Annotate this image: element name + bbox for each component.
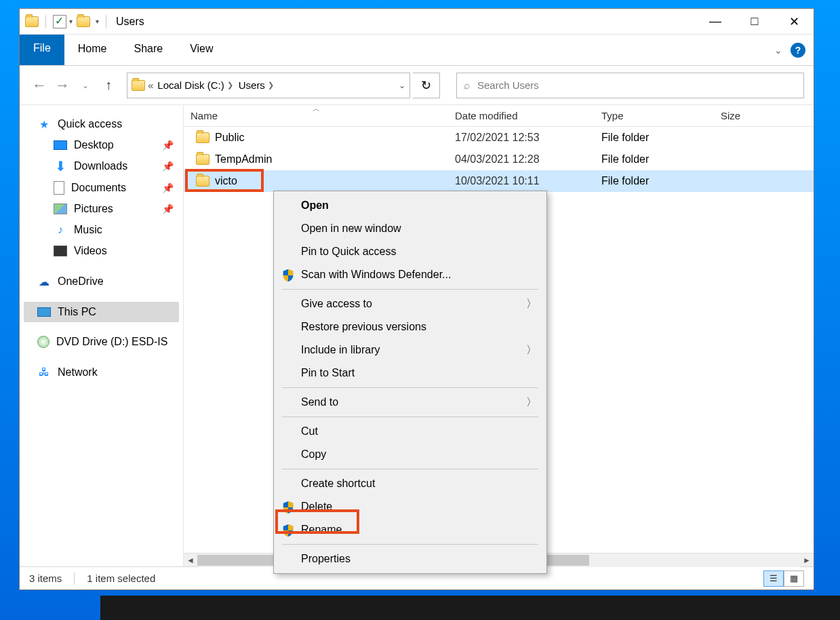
cm-send-to[interactable]: Send to〉 (275, 391, 545, 414)
qat-dropdown-icon[interactable]: ▾ (69, 18, 73, 25)
file-name: Public (215, 132, 245, 144)
cm-create-shortcut[interactable]: Create shortcut (275, 472, 545, 495)
address-dropdown-icon[interactable]: ⌄ (399, 81, 405, 90)
cm-label: Scan with Windows Defender... (301, 269, 451, 281)
pictures-icon (54, 204, 67, 214)
cm-give-access[interactable]: Give access to〉 (275, 292, 545, 315)
cm-label: Pin to Start (301, 367, 355, 379)
uac-shield-icon (282, 501, 294, 514)
nav-documents[interactable]: Documents 📌 (24, 177, 179, 199)
scroll-right-button[interactable]: ► (800, 554, 814, 567)
window-title: Users (116, 16, 144, 28)
cm-rename[interactable]: Rename (275, 518, 545, 541)
chevron-right-icon[interactable]: ❯ (268, 81, 274, 90)
address-overflow-icon[interactable]: « (148, 79, 153, 91)
nav-label: Pictures (74, 203, 113, 215)
table-row[interactable]: Public 17/02/2021 12:53 File folder (184, 127, 814, 149)
tab-file[interactable]: File (20, 35, 64, 65)
status-item-count: 3 items (29, 573, 62, 584)
column-header-type[interactable]: Type (595, 110, 714, 121)
column-header-size[interactable]: Size (714, 110, 814, 121)
refresh-button[interactable]: ↻ (413, 73, 440, 98)
cm-label: Give access to (301, 298, 372, 310)
app-icon (25, 16, 39, 27)
quick-access-toolbar: ▾ ▾ (25, 15, 109, 28)
pin-icon: 📌 (162, 182, 174, 193)
file-type: File folder (595, 132, 714, 144)
breadcrumb[interactable]: Local Disk (C:) ❯ (156, 79, 234, 91)
nav-music[interactable]: ♪ Music (24, 219, 179, 241)
cm-label: Open (301, 199, 329, 212)
nav-dvd-drive[interactable]: DVD Drive (D:) ESD-IS (24, 332, 179, 352)
music-icon: ♪ (54, 223, 67, 237)
explorer-window: ▾ ▾ Users — □ ✕ File Home Share View ⌄ ?… (19, 8, 814, 590)
cm-label: Create shortcut (301, 478, 375, 490)
cm-properties[interactable]: Properties (275, 547, 545, 570)
cm-cut[interactable]: Cut (275, 420, 545, 443)
details-view-button[interactable]: ☰ (763, 570, 784, 587)
table-row[interactable]: victo 10/03/2021 10:11 File folder (184, 170, 814, 192)
pin-icon: 📌 (162, 161, 174, 172)
address-bar[interactable]: « Local Disk (C:) ❯ Users ❯ ⌄ (127, 73, 410, 98)
this-pc-icon (37, 307, 51, 317)
nav-label: Videos (74, 245, 107, 257)
column-headers: ︿ Name Date modified Type Size (184, 105, 814, 127)
cm-include-library[interactable]: Include in library〉 (275, 338, 545, 362)
chevron-right-icon[interactable]: ❯ (227, 81, 233, 90)
tab-view[interactable]: View (176, 35, 226, 65)
search-placeholder: Search Users (477, 79, 539, 91)
breadcrumb[interactable]: Users ❯ (237, 79, 275, 91)
nav-videos[interactable]: Videos (24, 241, 179, 261)
nav-label: OneDrive (58, 275, 104, 288)
column-header-date[interactable]: Date modified (448, 110, 595, 121)
tab-home[interactable]: Home (64, 35, 121, 65)
nav-back-button[interactable]: ← (29, 75, 49, 96)
nav-network[interactable]: 🖧 Network (24, 362, 179, 383)
cm-label: Delete (301, 501, 332, 513)
thumbnails-view-button[interactable]: ▦ (784, 570, 804, 587)
uac-shield-icon (282, 524, 294, 537)
new-folder-qat-icon[interactable] (77, 16, 90, 27)
chevron-up-icon[interactable]: ︿ (313, 104, 320, 114)
taskbar[interactable] (100, 596, 840, 620)
nav-up-button[interactable]: ↑ (98, 75, 119, 96)
breadcrumb-label: Users (239, 79, 265, 91)
separator (74, 573, 75, 585)
nav-desktop[interactable]: Desktop 📌 (24, 135, 179, 155)
file-date: 04/03/2021 12:28 (448, 153, 595, 166)
tab-share[interactable]: Share (120, 35, 176, 65)
file-type: File folder (595, 153, 714, 166)
cm-open-new-window[interactable]: Open in new window (275, 217, 545, 240)
cm-copy[interactable]: Copy (275, 443, 545, 466)
separator (45, 15, 46, 28)
nav-quick-access[interactable]: ★ Quick access (24, 113, 179, 135)
cm-pin-quick-access[interactable]: Pin to Quick access (275, 240, 545, 263)
search-input[interactable]: ⌕ Search Users (456, 73, 804, 98)
folder-icon (196, 132, 209, 143)
menu-separator (282, 469, 538, 469)
qat-customize-icon[interactable]: ▾ (96, 18, 99, 25)
maximize-button[interactable]: □ (735, 9, 774, 35)
nav-onedrive[interactable]: ☁ OneDrive (24, 271, 179, 292)
cm-delete[interactable]: Delete (275, 495, 545, 518)
nav-recent-icon[interactable]: ⌄ (75, 75, 96, 96)
cm-label: Include in library (301, 344, 380, 356)
nav-this-pc[interactable]: This PC (24, 302, 179, 322)
help-icon[interactable]: ? (791, 43, 805, 58)
minimize-button[interactable]: — (696, 9, 735, 35)
nav-downloads[interactable]: ⬇ Downloads 📌 (24, 155, 179, 177)
ribbon-collapse-icon[interactable]: ⌄ (774, 45, 782, 56)
table-row[interactable]: TempAdmin 04/03/2021 12:28 File folder (184, 149, 814, 170)
cm-restore-versions[interactable]: Restore previous versions (275, 315, 545, 338)
window-controls: — □ ✕ (696, 9, 814, 35)
submenu-arrow-icon: 〉 (526, 395, 537, 410)
nav-pictures[interactable]: Pictures 📌 (24, 199, 179, 219)
cm-open[interactable]: Open (275, 194, 545, 217)
nav-forward-button[interactable]: → (52, 75, 73, 96)
close-button[interactable]: ✕ (774, 9, 814, 35)
scroll-left-button[interactable]: ◄ (184, 554, 197, 567)
cm-defender-scan[interactable]: Scan with Windows Defender... (275, 263, 545, 286)
properties-qat-icon[interactable] (53, 15, 66, 28)
cm-pin-start[interactable]: Pin to Start (275, 362, 545, 385)
documents-icon (54, 181, 64, 195)
